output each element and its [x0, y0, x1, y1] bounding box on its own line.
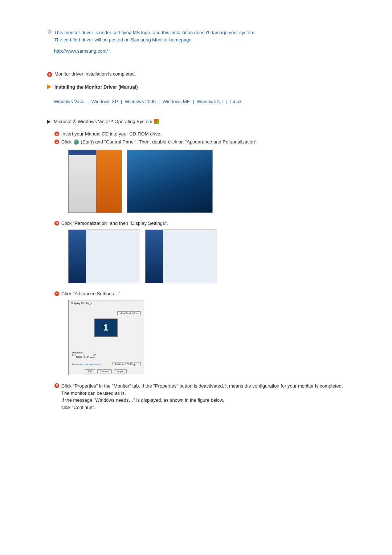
apply-button: Apply: [114, 369, 127, 373]
control-panel-screenshot: [127, 150, 213, 213]
monitor-preview: 1: [94, 319, 118, 337]
windows-logo-icon: [154, 119, 159, 124]
cancel-button: Cancel: [97, 369, 112, 373]
vista-step4-text: Click "Advanced Settings…".: [61, 291, 122, 297]
driver-complete-text: Monitor driver installation is completed…: [54, 71, 136, 77]
vista-heading-row: Microsoft® Windows Vista™ Operating Syst…: [47, 119, 345, 124]
note-line1: This monitor driver is under certifying …: [54, 30, 256, 35]
link-vista[interactable]: Windows Vista: [54, 99, 85, 104]
appearance-screenshot: [68, 230, 140, 283]
section-title-text: Installing the Monitor Driver (Manual): [54, 84, 138, 90]
link-linux[interactable]: Linux: [230, 99, 241, 104]
display-settings-screenshot: Display Settings Identify Monitors 1 Res…: [68, 300, 143, 375]
step5-number-icon: 5: [54, 383, 59, 388]
sep: |: [226, 99, 227, 104]
ds-title: Display Settings: [71, 301, 91, 305]
vista-step2-text: Click (Start) and "Control Panel". Then,…: [61, 139, 258, 145]
link-2000[interactable]: Windows 2000: [125, 99, 156, 104]
sep: |: [121, 99, 122, 104]
vista-step1-text: Insert your Manual CD into your CD-ROM d…: [61, 131, 162, 137]
vista-step3-text: Click "Personalization" and then "Displa…: [61, 220, 168, 227]
section-heading: Installing the Monitor Driver (Manual): [47, 84, 345, 90]
arrow-icon: [47, 120, 51, 124]
step2-number-icon: 2: [54, 139, 59, 144]
step-complete: 6 Monitor driver installation is complet…: [47, 71, 345, 77]
os-links: Windows Vista | Windows XP | Windows 200…: [54, 99, 345, 104]
identify-monitors-button: Identify Monitors: [117, 311, 141, 315]
vista-step4: 4 Click "Advanced Settings…".: [54, 291, 345, 297]
advanced-settings-button: Advanced Settings...: [113, 362, 141, 366]
personalization-screenshot: [145, 230, 217, 283]
sep: |: [159, 99, 160, 104]
certify-note: ※ This monitor driver is under certifyin…: [47, 29, 345, 64]
step4-number-icon: 4: [54, 291, 59, 296]
note-line2: The certified driver will be posted on S…: [54, 37, 192, 42]
arrow-icon: [47, 85, 52, 89]
link-nt[interactable]: Windows NT: [197, 99, 223, 104]
vista-step3: 3 Click "Personalization" and then "Disp…: [54, 220, 345, 227]
ok-button: OK: [85, 369, 95, 373]
vista-step1: 1 Insert your Manual CD into your CD-ROM…: [54, 131, 345, 137]
vista-step5-text: Click "Properties" in the "Monitor" tab.…: [61, 382, 345, 411]
link-me[interactable]: Windows ME: [163, 99, 190, 104]
start-menu-screenshot: [68, 150, 122, 213]
asterisk-icon: ※: [47, 28, 52, 35]
sep: |: [193, 99, 194, 104]
resolution-label: Resolution: Low ———□——— High 1280 by 102…: [72, 352, 96, 358]
vista-step2: 2 Click (Start) and "Control Panel". The…: [54, 139, 345, 145]
start-orb-icon: [74, 139, 79, 145]
samsung-url[interactable]: http://www.samsung.com/: [54, 48, 256, 55]
link-xp[interactable]: Windows XP: [91, 99, 118, 104]
vista-step5: 5 Click "Properties" in the "Monitor" ta…: [54, 382, 345, 411]
vista-heading: Microsoft® Windows Vista™ Operating Syst…: [54, 119, 152, 124]
sep: |: [87, 99, 89, 104]
step6-number-icon: 6: [47, 72, 52, 77]
step1-number-icon: 1: [54, 131, 59, 136]
step3-number-icon: 3: [54, 221, 59, 226]
best-display-link: How do I get the best display?: [72, 363, 101, 365]
